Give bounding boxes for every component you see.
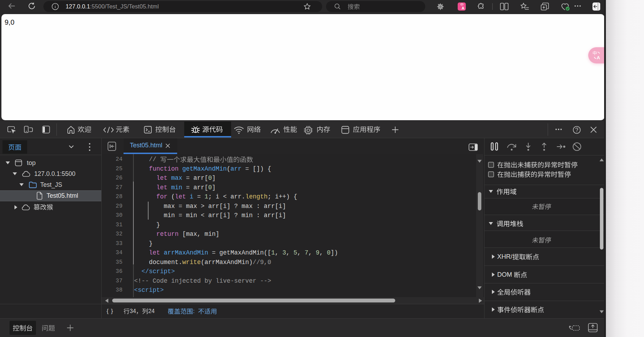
svg-text:A: A <box>597 55 600 60</box>
